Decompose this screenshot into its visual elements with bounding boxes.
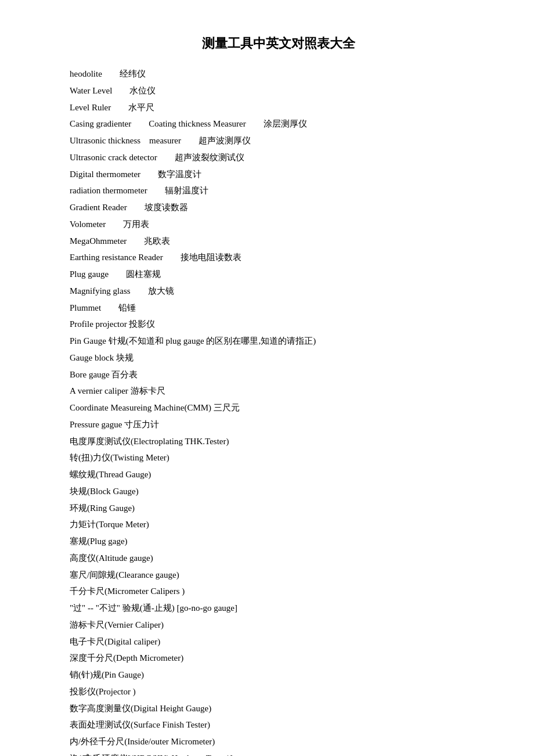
- list-item: 千分卡尺(Micrometer Calipers ): [70, 584, 488, 600]
- list-item: 游标卡尺(Vernier Caliper): [70, 617, 488, 633]
- list-item: 内/外径千分尺(Inside/outer Micrometer): [70, 734, 488, 750]
- list-item: Earthing resistance Reader 接地电阻读数表: [70, 250, 488, 266]
- list-item: Volometer 万用表: [70, 217, 488, 233]
- list-item: Magnifying glass 放大镜: [70, 283, 488, 300]
- list-item: 电子卡尺(Digital caliper): [70, 634, 488, 650]
- list-item: Level Ruler 水平尺: [70, 100, 488, 116]
- list-item: Pin Gauge 针规(不知道和 plug gauge 的区别在哪里,知道的请…: [70, 333, 488, 350]
- list-item: Gradient Reader 坡度读数器: [70, 200, 488, 216]
- list-item: Plummet 铅锤: [70, 300, 488, 316]
- list-item: Digital thermometer 数字温度计: [70, 167, 488, 183]
- list-item: 表面处理测试仪(Surface Finish Tester): [70, 717, 488, 733]
- list-item: 环规(Ring Gauge): [70, 501, 488, 517]
- list-item: 块规(Block Gauge): [70, 484, 488, 500]
- list-item: 转(扭)力仪(Twisting Meter): [70, 450, 488, 466]
- list-item: 力矩计(Torque Meter): [70, 517, 488, 533]
- list-item: Water Level 水位仪: [70, 83, 488, 99]
- list-item: 洛(威)氏硬度仪[(HRC/HV) Hardness Tester)]: [70, 751, 488, 756]
- list-item: 销(针)规(Pin Gauge): [70, 667, 488, 683]
- page-title: 测量工具中英文对照表大全: [70, 35, 488, 52]
- list-item: "过" -- "不过" 验规(通-止规) [go-no-go gauge]: [70, 600, 488, 617]
- list-item: Ultrasonic crack detector 超声波裂纹测试仪: [70, 150, 488, 166]
- list-item: MegaOhmmeter 兆欧表: [70, 233, 488, 250]
- list-item: Ultrasonic thickness measurer 超声波测厚仪: [70, 133, 488, 149]
- list-item: Casing gradienter Coating thickness Meas…: [70, 116, 488, 132]
- content-area: heodolite 经纬仪Water Level 水位仪Level Ruler …: [70, 66, 488, 756]
- list-item: 螺纹规(Thread Gauge): [70, 467, 488, 483]
- list-item: Bore gauge 百分表: [70, 367, 488, 383]
- list-item: 电度厚度测试仪(Electroplating THK.Tester): [70, 434, 488, 450]
- list-item: 塞规(Plug gage): [70, 534, 488, 550]
- list-item: Coordinate Measureing Machine(CMM) 三尺元: [70, 400, 488, 416]
- list-item: heodolite 经纬仪: [70, 66, 488, 82]
- list-item: Gauge block 块规: [70, 350, 488, 366]
- list-item: Profile projector 投影仪: [70, 316, 488, 333]
- list-item: 投影仪(Projector ): [70, 684, 488, 700]
- list-item: 高度仪(Altitude gauge): [70, 550, 488, 567]
- list-item: A vernier caliper 游标卡尺: [70, 383, 488, 399]
- list-item: 深度千分尺(Depth Micrometer): [70, 650, 488, 667]
- list-item: Pressure gague 寸压力计: [70, 417, 488, 433]
- list-item: radiation thermometer 辐射温度计: [70, 183, 488, 199]
- list-item: 塞尺/间隙规(Clearance gauge): [70, 567, 488, 584]
- list-item: 数字高度测量仪(Digital Height Gauge): [70, 701, 488, 717]
- list-item: Plug gauge 圆柱塞规: [70, 267, 488, 283]
